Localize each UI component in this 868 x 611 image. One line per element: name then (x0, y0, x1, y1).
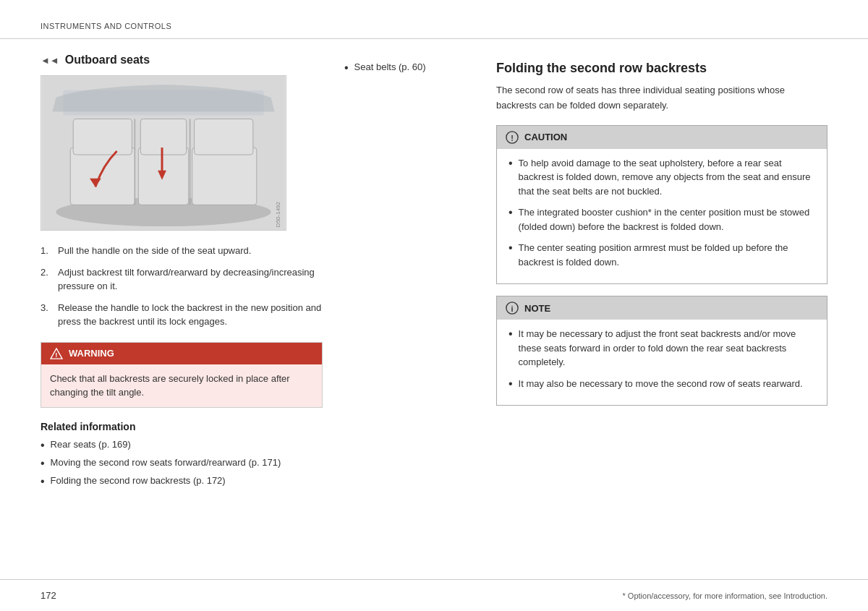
back-arrows-icon: ◄◄ (41, 55, 59, 66)
note-icon: i (506, 302, 519, 315)
step-num-3: 3. (41, 301, 52, 329)
related-item-3: Folding the second row backrests (p. 172… (41, 474, 323, 488)
warning-text: Check that all backrests are securely lo… (50, 373, 290, 398)
left-column: ◄◄ Outboard seats (41, 54, 344, 492)
header-title: INSTRUMENTS AND CONTROLS (41, 22, 171, 30)
middle-list: Seat belts (p. 60) (344, 61, 482, 74)
note-body: It may be necessary to adjust the front … (497, 320, 827, 405)
svg-rect-5 (140, 119, 186, 155)
step-3: 3. Release the handle to lock the backre… (41, 301, 323, 329)
right-column: Folding the second row backrests The sec… (496, 54, 827, 492)
note-box: i NOTE It may be necessary to adjust the… (496, 296, 827, 406)
caution-label: CAUTION (524, 132, 567, 142)
caution-item-1-text: To help avoid damage to the seat upholst… (519, 156, 815, 199)
warning-body: Check that all backrests are securely lo… (41, 364, 322, 407)
svg-text:!: ! (55, 351, 57, 359)
svg-rect-3 (73, 119, 132, 155)
related-item-1-text: Rear seats (p. 169) (51, 438, 131, 452)
note-header: i NOTE (497, 296, 827, 320)
related-item-2: Moving the second row seats forward/rear… (41, 456, 323, 470)
warning-triangle-icon: ! (50, 348, 63, 359)
related-information: Related information Rear seats (p. 169) … (41, 421, 323, 489)
caution-item-2-text: The integrated booster cushion* in the c… (519, 205, 815, 234)
note-item-2-text: It may also be necessary to move the sec… (519, 377, 803, 391)
steps-list: 1. Pull the handle on the side of the se… (41, 244, 323, 329)
step-text-3: Release the handle to lock the backrest … (58, 301, 323, 329)
main-content: ◄◄ Outboard seats (0, 39, 868, 521)
middle-item-1-text: Seat belts (p. 60) (354, 61, 426, 74)
footer-footnote: * Option/accessory, for more information… (623, 591, 827, 600)
related-list: Rear seats (p. 169) Moving the second ro… (41, 438, 323, 489)
middle-column: Seat belts (p. 60) (344, 54, 496, 492)
related-item-3-text: Folding the second row backrests (p. 172… (51, 474, 226, 488)
svg-rect-7 (195, 119, 253, 155)
step-2: 2. Adjust backrest tilt forward/rearward… (41, 265, 323, 294)
caution-item-2: The integrated booster cushion* in the c… (509, 205, 815, 234)
step-num-1: 1. (41, 244, 52, 258)
note-item-2: It may also be necessary to move the sec… (509, 377, 815, 391)
car-image-svg (41, 76, 286, 230)
section-title: Outboard seats (65, 54, 150, 67)
image-code: D50-1492 (275, 202, 281, 227)
note-item-1: It may be necessary to adjust the front … (509, 327, 815, 369)
caution-body: To help avoid damage to the seat upholst… (497, 149, 827, 284)
step-text-2: Adjust backrest tilt forward/rearward by… (58, 265, 323, 294)
svg-rect-2 (70, 148, 135, 205)
note-item-1-text: It may be necessary to adjust the front … (519, 327, 815, 369)
step-text-1: Pull the handle on the side of the seat … (58, 244, 251, 258)
caution-item-3: The center seating position armrest must… (509, 241, 815, 269)
section-heading: ◄◄ Outboard seats (41, 54, 323, 67)
warning-label: WARNING (69, 348, 114, 359)
warning-header: ! WARNING (41, 343, 322, 364)
svg-text:!: ! (511, 133, 514, 142)
note-label: NOTE (524, 303, 550, 314)
right-intro: The second row of seats has three indivi… (496, 83, 827, 114)
caution-header: ! CAUTION (497, 126, 827, 149)
page-header: INSTRUMENTS AND CONTROLS (0, 0, 868, 39)
step-num-2: 2. (41, 265, 52, 294)
caution-list: To help avoid damage to the seat upholst… (509, 156, 815, 270)
related-item-2-text: Moving the second row seats forward/rear… (51, 456, 281, 470)
caution-item-3-text: The center seating position armrest must… (519, 241, 815, 269)
step-1: 1. Pull the handle on the side of the se… (41, 244, 323, 258)
caution-box: ! CAUTION To help avoid damage to the se… (496, 125, 827, 285)
page: INSTRUMENTS AND CONTROLS ◄◄ Outboard sea… (0, 0, 868, 611)
related-item-1: Rear seats (p. 169) (41, 438, 323, 452)
svg-rect-6 (192, 148, 257, 205)
page-footer: 172 * Option/accessory, for more informa… (0, 579, 868, 611)
note-list: It may be necessary to adjust the front … (509, 327, 815, 390)
warning-box: ! WARNING Check that all backrests are s… (41, 342, 323, 408)
right-section-title: Folding the second row backrests (496, 61, 827, 76)
svg-text:i: i (511, 304, 514, 313)
caution-item-1: To help avoid damage to the seat upholst… (509, 156, 815, 199)
middle-item-1: Seat belts (p. 60) (344, 61, 482, 74)
related-title: Related information (41, 421, 323, 432)
page-number: 172 (41, 590, 56, 601)
caution-icon: ! (506, 131, 519, 144)
car-image: D50-1492 (41, 75, 286, 231)
